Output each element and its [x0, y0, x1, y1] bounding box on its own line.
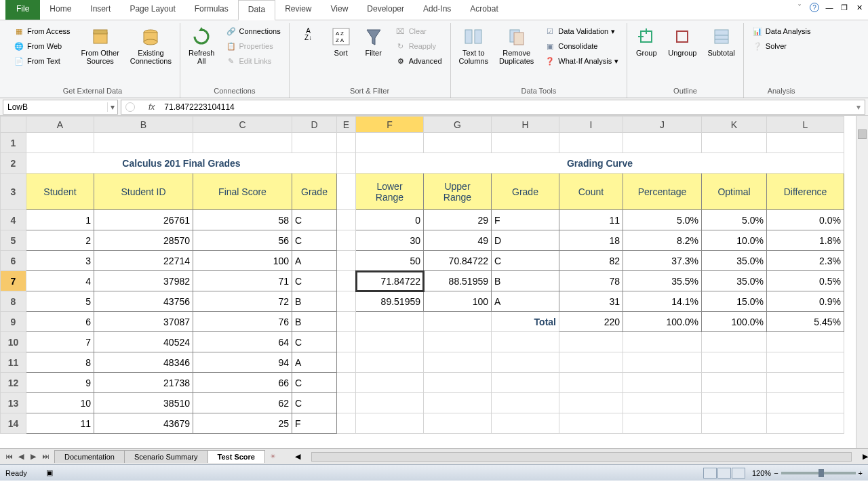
cell[interactable]: 71.84722: [356, 271, 424, 291]
cell[interactable]: [767, 133, 844, 153]
cell[interactable]: [702, 332, 767, 352]
cell[interactable]: [337, 373, 356, 393]
cell[interactable]: C: [292, 210, 337, 230]
cell[interactable]: C: [492, 251, 559, 271]
cell[interactable]: [623, 133, 702, 153]
cell[interactable]: 14.1%: [623, 291, 702, 312]
row-header-12[interactable]: 12: [1, 373, 26, 393]
name-box-input[interactable]: [3, 102, 107, 112]
tab-review[interactable]: Review: [275, 0, 321, 20]
cell[interactable]: [424, 312, 492, 332]
cell[interactable]: [702, 373, 767, 393]
cell[interactable]: 30: [356, 230, 424, 251]
cell[interactable]: 5.0%: [702, 210, 767, 230]
tab-page-layout[interactable]: Page Layout: [120, 0, 184, 20]
cell[interactable]: 66: [193, 373, 292, 393]
cell[interactable]: [424, 352, 492, 373]
minimize-icon[interactable]: —: [825, 3, 834, 12]
cell[interactable]: 43679: [94, 413, 193, 434]
cell[interactable]: 58: [193, 210, 292, 230]
cell[interactable]: [767, 352, 844, 373]
cell[interactable]: [767, 413, 844, 434]
cell[interactable]: 88.51959: [424, 271, 492, 291]
cell[interactable]: [559, 352, 623, 373]
cell[interactable]: 0.0%: [767, 210, 844, 230]
advanced-filter-button[interactable]: ⚙Advanced: [393, 54, 445, 68]
cell[interactable]: [337, 230, 356, 251]
cell[interactable]: [767, 373, 844, 393]
col-header-L[interactable]: L: [767, 117, 844, 133]
cell[interactable]: 100: [424, 291, 492, 312]
sheet-nav-last[interactable]: ⏭: [41, 452, 50, 461]
cell[interactable]: 100: [193, 251, 292, 271]
hscroll-left-icon[interactable]: ◀: [295, 452, 300, 461]
col-header-C[interactable]: C: [193, 117, 292, 133]
tab-addins[interactable]: Add-Ins: [414, 0, 460, 20]
tab-acrobat[interactable]: Acrobat: [460, 0, 507, 20]
cell[interactable]: [337, 133, 356, 153]
cell[interactable]: 100.0%: [623, 312, 702, 332]
cell[interactable]: 220: [559, 312, 623, 332]
cell[interactable]: 0: [356, 210, 424, 230]
hscroll-right-icon[interactable]: ▶: [863, 452, 868, 461]
sheet-nav-prev[interactable]: ◀: [16, 452, 26, 461]
cell[interactable]: [492, 373, 559, 393]
ungroup-button[interactable]: Ungroup: [664, 23, 701, 60]
existing-connections-button[interactable]: Existing Connections: [126, 23, 176, 68]
name-box-dropdown-icon[interactable]: ▾: [107, 102, 117, 112]
cell[interactable]: 72: [193, 291, 292, 312]
row-header-13[interactable]: 13: [1, 393, 26, 413]
cell[interactable]: [492, 352, 559, 373]
cell[interactable]: 78: [559, 271, 623, 291]
cell[interactable]: 48346: [94, 352, 193, 373]
cell[interactable]: [356, 352, 424, 373]
col-header-A[interactable]: A: [26, 117, 94, 133]
refresh-all-button[interactable]: Refresh All: [184, 23, 219, 68]
formula-bar[interactable]: fx ▾: [121, 100, 865, 115]
tab-home[interactable]: Home: [40, 0, 81, 20]
cell[interactable]: 37982: [94, 271, 193, 291]
cell[interactable]: 2: [26, 230, 94, 251]
cell[interactable]: 10: [26, 393, 94, 413]
cell[interactable]: [623, 373, 702, 393]
cell[interactable]: [702, 393, 767, 413]
filter-button[interactable]: Filter: [359, 23, 389, 60]
cell[interactable]: 94: [193, 352, 292, 373]
hscroll-track[interactable]: [311, 452, 852, 462]
cell[interactable]: 37087: [94, 312, 193, 332]
cell[interactable]: 43756: [94, 291, 193, 312]
cell[interactable]: [337, 352, 356, 373]
col-header-F[interactable]: F: [356, 117, 424, 133]
sheet-nav-next[interactable]: ▶: [28, 452, 38, 461]
from-text-button[interactable]: 📄From Text: [11, 54, 73, 68]
cell[interactable]: A: [492, 291, 559, 312]
scrollbar-thumb[interactable]: [858, 129, 867, 139]
cell[interactable]: C: [292, 373, 337, 393]
cell[interactable]: 56: [193, 230, 292, 251]
col-header-E[interactable]: E: [337, 117, 356, 133]
cell[interactable]: 35.0%: [702, 271, 767, 291]
cell[interactable]: 5: [26, 291, 94, 312]
cell[interactable]: [559, 413, 623, 434]
cell[interactable]: [337, 174, 356, 210]
cell[interactable]: C: [292, 332, 337, 352]
cell[interactable]: 70.84722: [424, 251, 492, 271]
cell[interactable]: 35.0%: [702, 251, 767, 271]
cell[interactable]: [559, 393, 623, 413]
cell[interactable]: 11: [559, 210, 623, 230]
row-header-1[interactable]: 1: [1, 133, 26, 153]
col-header-K[interactable]: K: [702, 117, 767, 133]
tab-data[interactable]: Data: [238, 0, 275, 20]
cell[interactable]: [767, 393, 844, 413]
cell[interactable]: 11: [26, 413, 94, 434]
cell[interactable]: [337, 413, 356, 434]
tab-developer[interactable]: Developer: [357, 0, 414, 20]
cell[interactable]: 0.5%: [767, 271, 844, 291]
sheet-tab-scenario-summary[interactable]: Scenario Summary: [124, 450, 208, 463]
col-header-H[interactable]: H: [492, 117, 559, 133]
cell[interactable]: 49: [424, 230, 492, 251]
normal-view-button[interactable]: [703, 468, 717, 479]
sheet-tab-test-score[interactable]: Test Score: [208, 450, 265, 463]
cell[interactable]: 71: [193, 271, 292, 291]
from-access-button[interactable]: ▦From Access: [11, 24, 73, 38]
